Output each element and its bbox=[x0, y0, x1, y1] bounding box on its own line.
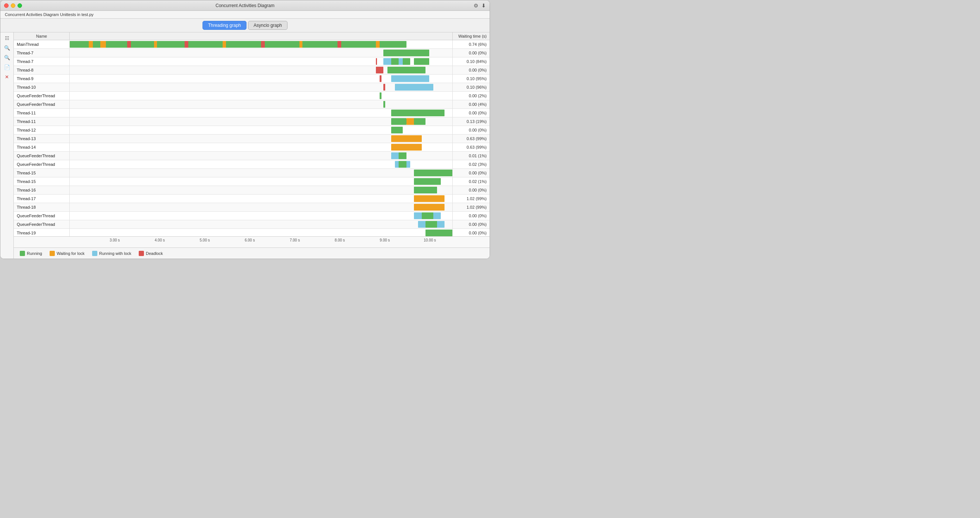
legend-item-waiting: Waiting for lock bbox=[49, 251, 85, 256]
cell-graph bbox=[70, 212, 452, 220]
cell-graph bbox=[70, 152, 452, 160]
table-row: Thread-70.10 (84%) bbox=[14, 57, 490, 66]
cell-thread-name: QueueFeederThread bbox=[14, 152, 70, 160]
legend-label-waiting: Waiting for lock bbox=[57, 251, 85, 256]
rows-container: MainThread0.74 (6%)Thread-70.00 (0%)Thre… bbox=[14, 40, 490, 236]
legend-label-running: Running bbox=[27, 251, 42, 256]
minimize-button[interactable] bbox=[11, 3, 15, 8]
cell-thread-name: Thread-7 bbox=[14, 57, 70, 65]
window-title: Concurrent Activities Diagram bbox=[216, 3, 274, 8]
tick-label: 5.00 s bbox=[199, 238, 210, 242]
main-window: Concurrent Activities Diagram ⚙ ⬇ Concur… bbox=[0, 0, 490, 259]
table-row: QueueFeederThread0.01 (1%) bbox=[14, 152, 490, 160]
table-row: QueueFeederThread0.00 (0%) bbox=[14, 220, 490, 229]
close-button[interactable] bbox=[4, 3, 9, 8]
cell-wait-time: 0.10 (96%) bbox=[452, 83, 490, 91]
table-row: Thread-150.02 (1%) bbox=[14, 177, 490, 186]
col-wait-header: Waiting time (s) bbox=[452, 32, 490, 40]
table-row: Thread-160.00 (0%) bbox=[14, 186, 490, 194]
cell-graph bbox=[70, 203, 452, 211]
legend-item-running: Running bbox=[20, 251, 42, 256]
cell-graph bbox=[70, 194, 452, 203]
cell-thread-name: QueueFeederThread bbox=[14, 220, 70, 229]
cell-graph bbox=[70, 160, 452, 168]
table-row: Thread-80.00 (0%) bbox=[14, 66, 490, 75]
legend-item-deadlock: Deadlock bbox=[139, 251, 163, 256]
traffic-lights bbox=[4, 3, 22, 8]
cell-thread-name: QueueFeederThread bbox=[14, 92, 70, 100]
gear-icon[interactable]: ⚙ bbox=[474, 3, 479, 9]
table-row: Thread-181.02 (99%) bbox=[14, 203, 490, 212]
table-row: QueueFeederThread0.00 (4%) bbox=[14, 100, 490, 109]
cell-wait-time: 1.02 (99%) bbox=[452, 194, 490, 203]
tab-asyncio[interactable]: Asyncio graph bbox=[248, 21, 288, 30]
tick-label: 6.00 s bbox=[245, 238, 255, 242]
table-row: Thread-150.00 (0%) bbox=[14, 169, 490, 177]
subtitle-bar: Concurrent Activities Diagram Unittests … bbox=[0, 11, 490, 19]
cell-wait-time: 0.02 (3%) bbox=[452, 160, 490, 168]
title-bar-actions: ⚙ ⬇ bbox=[474, 3, 486, 9]
cell-wait-time: 0.02 (1%) bbox=[452, 177, 490, 186]
cell-graph bbox=[70, 100, 452, 108]
cell-wait-time: 0.10 (95%) bbox=[452, 75, 490, 83]
table-row: Thread-110.00 (0%) bbox=[14, 109, 490, 118]
legend-swatch-waiting bbox=[49, 251, 55, 256]
table-row: Thread-171.02 (99%) bbox=[14, 194, 490, 203]
cell-wait-time: 0.63 (99%) bbox=[452, 135, 490, 143]
cell-thread-name: Thread-8 bbox=[14, 66, 70, 74]
cell-thread-name: Thread-15 bbox=[14, 169, 70, 177]
table-row: Thread-90.10 (95%) bbox=[14, 75, 490, 83]
tick-label: 7.00 s bbox=[290, 238, 300, 242]
legend-swatch-deadlock bbox=[139, 251, 144, 256]
cell-wait-time: 0.00 (0%) bbox=[452, 126, 490, 134]
cell-thread-name: Thread-7 bbox=[14, 49, 70, 57]
cell-graph bbox=[70, 49, 452, 57]
table-row: MainThread0.74 (6%) bbox=[14, 40, 490, 49]
zoom-out-icon[interactable]: 🔍 bbox=[3, 53, 11, 62]
cell-thread-name: Thread-12 bbox=[14, 126, 70, 134]
cell-graph bbox=[70, 75, 452, 83]
cell-wait-time: 0.00 (0%) bbox=[452, 186, 490, 194]
grid-icon[interactable]: ☷ bbox=[3, 34, 11, 42]
table-row: Thread-190.00 (0%) bbox=[14, 229, 490, 236]
close-icon[interactable]: ✕ bbox=[3, 73, 11, 81]
tick-label: 3.00 s bbox=[110, 238, 120, 242]
timeline-ticks: 3.00 s4.00 s5.00 s6.00 s7.00 s8.00 s9.00… bbox=[70, 238, 452, 248]
download-icon[interactable]: ⬇ bbox=[481, 3, 486, 9]
timeline-area: 3.00 s4.00 s5.00 s6.00 s7.00 s8.00 s9.00… bbox=[14, 236, 490, 248]
cell-thread-name: Thread-19 bbox=[14, 229, 70, 236]
tick-label: 10.00 s bbox=[424, 238, 436, 242]
zoom-in-icon[interactable]: 🔍 bbox=[3, 44, 11, 52]
legend-label-deadlock: Deadlock bbox=[146, 251, 163, 256]
cell-thread-name: Thread-11 bbox=[14, 109, 70, 117]
maximize-button[interactable] bbox=[18, 3, 22, 8]
cell-thread-name: Thread-16 bbox=[14, 186, 70, 194]
cell-wait-time: 0.00 (0%) bbox=[452, 169, 490, 177]
tab-threading[interactable]: Threading graph bbox=[202, 21, 247, 30]
cell-wait-time: 0.00 (0%) bbox=[452, 109, 490, 117]
table-row: Thread-110.13 (19%) bbox=[14, 118, 490, 126]
tick-label: 9.00 s bbox=[380, 238, 390, 242]
cell-graph bbox=[70, 92, 452, 100]
legend-item-running-lock: Running with lock bbox=[92, 251, 131, 256]
cell-thread-name: QueueFeederThread bbox=[14, 100, 70, 108]
cell-wait-time: 1.02 (99%) bbox=[452, 203, 490, 211]
cell-graph bbox=[70, 109, 452, 117]
cell-graph bbox=[70, 40, 452, 48]
cell-graph bbox=[70, 177, 452, 186]
cell-graph bbox=[70, 118, 452, 126]
cell-wait-time: 0.63 (99%) bbox=[452, 143, 490, 151]
cell-thread-name: Thread-15 bbox=[14, 177, 70, 186]
table-row: QueueFeederThread0.00 (0%) bbox=[14, 212, 490, 220]
subtitle-text: Concurrent Activities Diagram Unittests … bbox=[5, 12, 94, 17]
cell-graph bbox=[70, 66, 452, 74]
cell-wait-time: 0.01 (1%) bbox=[452, 152, 490, 160]
export-icon[interactable]: 📄 bbox=[3, 63, 11, 71]
cell-graph bbox=[70, 186, 452, 194]
cell-thread-name: Thread-9 bbox=[14, 75, 70, 83]
cell-thread-name: Thread-14 bbox=[14, 143, 70, 151]
cell-graph bbox=[70, 126, 452, 134]
cell-wait-time: 0.00 (0%) bbox=[452, 66, 490, 74]
table-row: Thread-100.10 (96%) bbox=[14, 83, 490, 92]
legend-label-running-lock: Running with lock bbox=[99, 251, 131, 256]
